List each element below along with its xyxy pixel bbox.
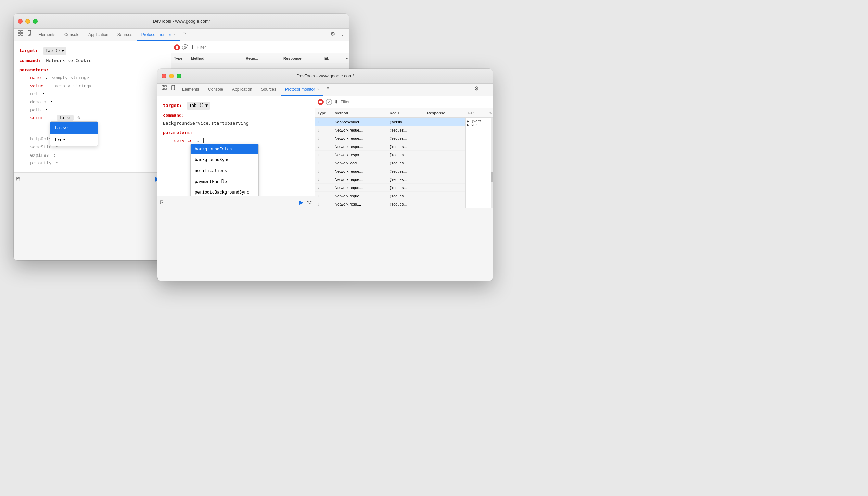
inspect-icon-1[interactable] [16,29,25,37]
svg-point-5 [29,34,30,35]
copy-icon-2[interactable]: ⎘ [160,199,163,205]
secure-value-badge[interactable]: false [57,115,73,121]
pm-table-header-2: Type Method Requ... Response El.↑ » [315,108,493,118]
table-row[interactable]: ↓ Network.reque.... {"reques... [315,175,465,184]
clear-btn-2[interactable]: ⊘ [326,99,332,105]
param-path-1: path : [19,106,165,114]
service-autocomplete[interactable]: backgroundFetch backgroundSync notificat… [190,144,259,196]
param-domain-1: domain : [19,98,165,106]
more-tabs-icon-1[interactable]: » [180,29,189,37]
col-method-2: Method [332,111,387,115]
maximize-button-2[interactable] [177,74,181,78]
cmd-bottom-toolbar-2: ⎘ ▶ ⌥ [157,196,315,208]
table-row[interactable]: ↓ Network.reque.... {"reques... [315,167,465,175]
tab-application-2[interactable]: Application [228,84,256,96]
autocomplete-item-backgroundSync[interactable]: backgroundSync [191,154,258,165]
table-row[interactable]: ↓ ServiceWorker.... {"versio... [315,118,465,126]
download-btn-2[interactable]: ⬇ [334,99,339,105]
col-more-2[interactable]: » [489,111,493,115]
autocomplete-item-notifications[interactable]: notifications [191,165,258,176]
more-tabs-icon-2[interactable]: » [324,84,332,92]
table-row[interactable]: ↓ Network.reque.... {"reques... [315,192,465,200]
pm-rows-2[interactable]: ↓ ServiceWorker.... {"versio... ↓ Networ… [315,118,493,208]
gear-icon-2[interactable]: ⚙ [472,84,481,93]
table-row[interactable]: ↓ Network.respo.... {"reques... [315,142,465,151]
window-title-2: DevTools - www.google.com/ [297,73,354,78]
titlebar-1: DevTools - www.google.com/ [14,14,349,29]
clear-btn-1[interactable]: ⊘ [182,44,188,50]
scrollbar-2[interactable] [491,118,493,208]
svg-rect-6 [162,85,164,87]
inspect-icon-2[interactable] [160,84,168,92]
row-type-0: ↓ [315,120,332,124]
split-pane-2: target: Tab () ▼ command: BackgroundServ… [157,96,493,208]
command-editor-1[interactable]: target: Tab () ▼ command: Network.setCoo… [14,41,171,172]
col-more-1[interactable]: » [346,56,349,60]
filter-input-2[interactable] [341,98,490,106]
tab-elements-2[interactable]: Elements [178,84,203,96]
target-row-1: target: Tab () ▼ [19,47,165,55]
row-method-0: ServiceWorker.... [332,120,387,124]
command-row-2: command: [163,111,309,119]
stop-recording-btn-1[interactable] [174,44,180,50]
svg-rect-9 [165,88,166,90]
tab-protocol-monitor-1[interactable]: Protocol monitor × [137,29,180,41]
download-btn-1[interactable]: ⬇ [190,44,195,50]
parameters-row-2: parameters: [163,128,309,136]
pm-toolbar-1: ⊘ ⬇ [171,41,349,53]
device-icon-2[interactable] [169,84,177,92]
target-row-2: target: Tab () ▼ [163,101,309,110]
tab-sources-2[interactable]: Sources [257,84,280,96]
table-row[interactable]: ↓ Network.reque.... {"reques... [315,134,465,142]
table-row[interactable]: ↓ Network.loadi.... {"reques... [315,159,465,167]
stop-recording-btn-2[interactable] [318,99,324,105]
close-button-2[interactable] [162,74,166,78]
filter-input-1[interactable] [197,44,346,51]
target-select-1[interactable]: Tab () ▼ [43,47,66,55]
col-method-1: Method [188,56,243,60]
more-icon-2[interactable]: ⋮ [482,84,490,93]
autocomplete-item-periodicBackgroundSync[interactable]: periodicBackgroundSync [191,187,258,196]
param-value-1: value : <empty_string> [19,82,165,90]
service-input-cursor [203,138,204,143]
command-editor-2[interactable]: target: Tab () ▼ command: BackgroundServ… [157,96,315,196]
tab-protocol-monitor-2[interactable]: Protocol monitor × [281,84,323,96]
param-service-2: service : backgroundFetch backgroundSync… [163,137,309,145]
autocomplete-item-backgroundFetch[interactable]: backgroundFetch [191,144,258,155]
dropdown-item-false[interactable]: false [50,122,98,134]
send-icon-2[interactable]: ▶ [299,199,304,206]
autocomplete-item-paymentHandler[interactable]: paymentHandler [191,176,258,187]
tab-application-1[interactable]: Application [84,29,113,41]
scrollbar-thumb-2[interactable] [491,172,493,182]
table-row[interactable]: ↓ Network.reque.... {"reques... [315,126,465,134]
gear-icon-1[interactable]: ⚙ [328,29,337,38]
dropdown-item-true[interactable]: true [50,134,98,146]
copy-icon-1[interactable]: ⎘ [16,176,20,182]
maximize-button-1[interactable] [33,19,38,24]
secure-dropdown-1[interactable]: false true [50,121,98,146]
table-row[interactable]: ↓ Network.resp.... {"reques... [315,200,465,208]
table-row[interactable]: ↓ Network.respo.... {"reques... [315,151,465,159]
command-row-1: command: Network.setCookie [19,57,165,64]
col-response-2: Response [424,111,465,115]
tab-close-1[interactable]: × [173,33,175,37]
target-select-2[interactable]: Tab () ▼ [187,102,210,110]
left-pane-2: target: Tab () ▼ command: BackgroundServ… [157,96,315,208]
cursor-icon-2[interactable]: ⌥ [306,200,312,205]
tab-elements-1[interactable]: Elements [34,29,60,41]
tab-sources-1[interactable]: Sources [113,29,137,41]
minimize-button-1[interactable] [25,19,30,24]
tab-close-2[interactable]: × [317,87,319,91]
more-icon-1[interactable]: ⋮ [338,29,346,38]
row-request-0: {"versio... [387,120,424,124]
col-type-1: Type [171,56,188,60]
tab-console-1[interactable]: Console [60,29,84,41]
table-row[interactable]: ↓ Network.reque.... {"reques... [315,184,465,192]
close-button-1[interactable] [18,19,23,24]
minimize-button-2[interactable] [169,74,174,78]
pm-toolbar-2: ⊘ ⬇ [315,96,493,108]
col-elapsed-1: El.↑ [322,56,339,60]
tab-console-2[interactable]: Console [204,84,227,96]
traffic-lights-1 [18,19,38,24]
device-icon-1[interactable] [25,29,34,37]
